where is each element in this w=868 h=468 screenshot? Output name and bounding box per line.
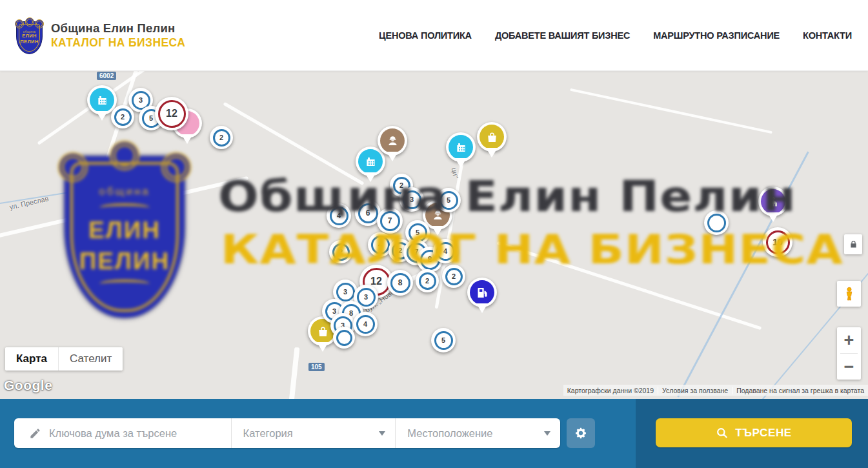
worker-icon <box>380 128 405 153</box>
cluster-count: 2 <box>213 129 230 147</box>
cluster-count: 2 <box>332 243 350 261</box>
main-nav: ЦЕНОВА ПОЛИТИКА ДОБАВЕТЕ ВАШИЯТ БИЗНЕС М… <box>379 30 852 41</box>
nav-add-your-business[interactable]: ДОБАВЕТЕ ВАШИЯТ БИЗНЕС <box>495 30 630 41</box>
factory-pin[interactable] <box>356 147 385 176</box>
cluster-marker[interactable]: 2 <box>416 269 439 292</box>
map-type-control: Карта Сателит <box>5 347 123 371</box>
keyword-field <box>14 418 231 448</box>
map-attribution: Картографски данни ©2019 Условия за полз… <box>563 385 868 396</box>
crest-name-2: ПЕЛИН <box>20 39 38 45</box>
shopping-bag-icon <box>479 125 504 149</box>
cluster-count: 8 <box>390 273 410 293</box>
cluster-count: 10 <box>766 230 790 254</box>
cluster-count: 7 <box>380 211 400 231</box>
search-button[interactable]: ТЪРСЕНЕ <box>656 418 852 447</box>
report-map-error-link[interactable]: Подаване на сигнал за грешка в картата <box>732 387 868 394</box>
cluster-count: 2 <box>445 268 463 285</box>
cluster-count: 5 <box>439 191 458 210</box>
cluster-marker[interactable]: 4 <box>353 312 378 336</box>
map-type-satellite-button[interactable]: Сателит <box>58 347 123 371</box>
chevron-down-icon <box>379 431 385 439</box>
nav-pricing-policy[interactable]: ЦЕНОВА ПОЛИТИКА <box>379 30 472 41</box>
church-icon <box>761 189 785 214</box>
chevron-down-icon <box>544 431 550 439</box>
cluster-marker[interactable]: 5 <box>436 188 461 212</box>
zoom-control: + − <box>837 327 861 380</box>
factory-icon <box>90 88 114 112</box>
site-subtitle: КАТАЛОГ НА БИЗНЕСА <box>51 36 185 50</box>
cluster-marker[interactable]: 2 <box>210 126 233 149</box>
street-view-pegman-button[interactable] <box>837 281 861 307</box>
factory-icon <box>358 149 383 174</box>
gear-icon <box>574 427 587 440</box>
category-dropdown-value: Категория <box>243 427 293 440</box>
terms-of-use-link[interactable]: Условия за ползване <box>658 387 732 394</box>
pegman-icon <box>842 285 857 302</box>
cluster-marker[interactable]: 10 <box>763 227 792 257</box>
search-icon <box>716 427 728 439</box>
lock-icon <box>849 239 858 249</box>
factory-pin[interactable] <box>446 132 476 162</box>
map-type-map-button[interactable]: Карта <box>5 347 58 371</box>
category-dropdown[interactable]: Категория <box>232 418 396 448</box>
cluster-marker[interactable]: 12 <box>155 97 188 130</box>
header: община ЕЛИН ПЕЛИН Община Елин Пелин КАТА… <box>0 0 868 71</box>
cluster-marker[interactable]: 4 <box>327 203 351 228</box>
cluster-marker[interactable]: 2 <box>442 265 465 288</box>
cluster-count <box>336 330 352 346</box>
lock-button[interactable] <box>844 234 862 254</box>
cluster-count: 12 <box>158 100 186 128</box>
search-panel: Категория Местоположение ТЪРСЕНЕ <box>0 399 868 468</box>
cluster-count: 4 <box>371 236 390 254</box>
cluster-count: 4 <box>436 242 455 261</box>
pencil-icon <box>29 427 41 440</box>
cluster-count: 6 <box>358 203 378 223</box>
location-dropdown[interactable]: Местоположение <box>396 418 560 448</box>
cluster-count: 4 <box>330 207 348 225</box>
google-logo[interactable]: Google <box>4 378 52 393</box>
cluster-marker[interactable]: 2 <box>329 240 352 263</box>
cluster-marker[interactable]: 8 <box>387 270 413 296</box>
fuel-pin[interactable] <box>467 278 497 307</box>
church-pin[interactable] <box>758 187 788 216</box>
cluster-marker[interactable]: 5 <box>431 328 456 352</box>
search-button-label: ТЪРСЕНЕ <box>735 427 792 440</box>
keyword-search-input[interactable] <box>49 427 231 440</box>
cluster-count: 4 <box>356 315 375 334</box>
app: община ЕЛИН ПЕЛИН Община Елин Пелин КАТА… <box>0 0 868 468</box>
cluster-marker[interactable] <box>704 210 729 235</box>
zoom-in-button[interactable]: + <box>837 327 861 353</box>
zoom-out-button[interactable]: − <box>837 354 861 380</box>
cluster-count: 3 <box>336 283 355 301</box>
location-dropdown-value: Местоположение <box>407 427 492 440</box>
fuel-icon <box>470 280 494 305</box>
search-fields-bar: Категория Местоположение <box>14 418 560 448</box>
shopping-bag-pin[interactable] <box>477 122 507 152</box>
cluster-marker[interactable]: 4 <box>433 239 458 263</box>
nav-route-schedule[interactable]: МАРШРУТНО РАЗПИСАНИЕ <box>653 30 780 41</box>
brand[interactable]: община ЕЛИН ПЕЛИН Община Елин Пелин КАТА… <box>14 17 185 54</box>
cluster-marker[interactable]: 2 <box>111 105 134 128</box>
map-canvas[interactable]: 6002105ул. Преславбул. „Новоселци" 32512… <box>0 71 868 399</box>
cluster-count: 3 <box>403 190 421 209</box>
advanced-search-button[interactable] <box>567 418 595 448</box>
municipality-logo: община ЕЛИН ПЕЛИН <box>14 17 45 54</box>
worker-pin[interactable] <box>378 126 407 156</box>
markers-layer: 325122235467524278421282333834510 <box>0 71 868 399</box>
cluster-count <box>707 214 726 232</box>
factory-icon <box>449 135 473 159</box>
cluster-marker[interactable] <box>333 327 355 349</box>
cluster-marker[interactable]: 7 <box>377 208 403 234</box>
nav-contacts[interactable]: КОНТАКТИ <box>803 30 852 41</box>
cluster-count: 2 <box>114 108 132 126</box>
cluster-count: 2 <box>419 272 436 290</box>
cluster-marker[interactable]: 3 <box>399 187 424 212</box>
site-title: Община Елин Пелин <box>51 21 185 36</box>
cluster-count: 5 <box>434 331 453 350</box>
attribution-copyright: Картографски данни ©2019 <box>563 387 658 394</box>
